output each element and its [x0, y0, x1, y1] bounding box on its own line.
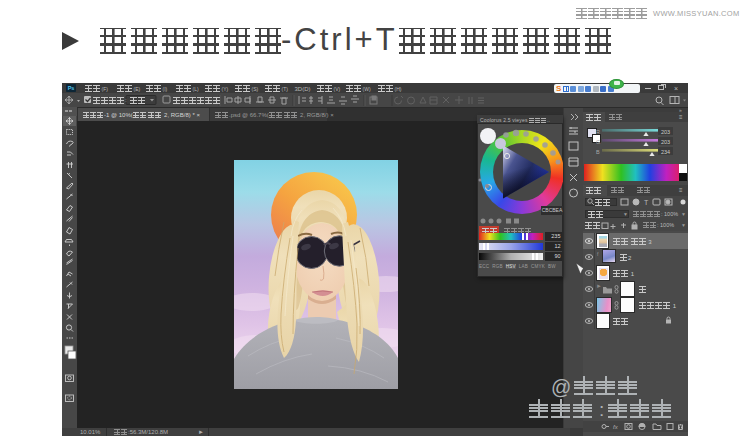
- svg-text:203: 203: [661, 129, 670, 135]
- svg-text:T: T: [644, 199, 649, 206]
- svg-text:G: G: [596, 139, 600, 145]
- svg-text:203: 203: [661, 139, 670, 145]
- svg-text:fx: fx: [613, 424, 619, 430]
- svg-text:B: B: [596, 149, 600, 155]
- svg-text:R: R: [596, 129, 600, 135]
- svg-text:234: 234: [661, 149, 670, 155]
